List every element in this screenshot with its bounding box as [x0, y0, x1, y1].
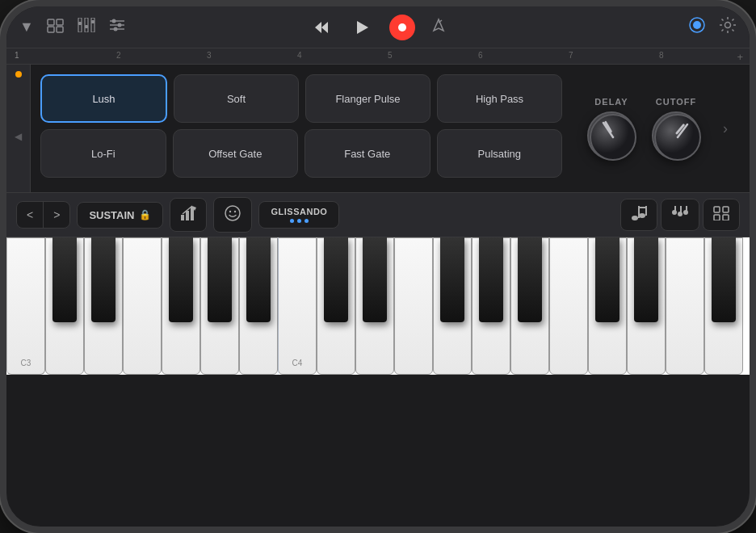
top-bar-center: [309, 15, 447, 40]
svg-rect-27: [181, 215, 184, 220]
record-button[interactable]: [389, 15, 415, 40]
cutoff-knob[interactable]: [652, 111, 700, 160]
svg-point-31: [225, 206, 240, 220]
cutoff-knob-group: CUTOFF: [652, 97, 700, 160]
svg-rect-42: [680, 206, 682, 214]
glissando-button[interactable]: GLISSANDO: [258, 201, 339, 229]
svg-rect-44: [686, 206, 687, 212]
smart-controls-icon[interactable]: [685, 13, 709, 41]
glissando-dots: [290, 219, 309, 223]
pad-high-pass[interactable]: High Pass: [437, 74, 562, 123]
track-down-icon[interactable]: ▼: [16, 15, 37, 39]
top-bar: ▼: [6, 6, 750, 48]
lock-icon: 🔒: [139, 209, 151, 220]
key-fs5[interactable]: [712, 237, 736, 322]
key-fs3[interactable]: [169, 237, 193, 322]
top-bar-left: ▼: [16, 15, 302, 40]
svg-point-14: [117, 23, 121, 27]
svg-rect-38: [645, 206, 647, 216]
nav-arrows: < >: [16, 201, 70, 229]
delay-knob[interactable]: [587, 111, 636, 160]
rewind-button[interactable]: [309, 15, 334, 40]
svg-rect-6: [91, 18, 94, 32]
key-cs5[interactable]: [595, 237, 620, 322]
svg-point-33: [234, 211, 236, 212]
key-f5[interactable]: [666, 237, 704, 375]
key-as4[interactable]: [518, 237, 542, 322]
key-c4[interactable]: C4: [278, 237, 317, 375]
ruler-mark-2: 2: [116, 51, 121, 60]
c3-label: C3: [21, 359, 32, 367]
key-ds3[interactable]: [91, 237, 116, 322]
svg-point-21: [693, 21, 701, 29]
track-collapse-icon[interactable]: ◀: [15, 131, 22, 142]
svg-point-18: [398, 23, 406, 31]
key-cs4[interactable]: [324, 237, 348, 322]
settings-icon[interactable]: [716, 13, 740, 41]
glissando-label: GLISSANDO: [271, 207, 327, 216]
arrange-view-icon[interactable]: [44, 15, 68, 39]
glissando-dot-1: [290, 219, 294, 223]
prev-button[interactable]: <: [17, 202, 44, 228]
play-button[interactable]: [349, 15, 375, 40]
svg-rect-29: [191, 207, 194, 220]
metronome-icon[interactable]: [430, 16, 447, 38]
emoji-button[interactable]: [213, 197, 252, 233]
right-controls: [620, 199, 740, 231]
grid-mode-button[interactable]: [703, 199, 740, 231]
ruler-mark-3: 3: [207, 51, 212, 60]
mixer-icon[interactable]: [74, 15, 99, 40]
chord-mode-button[interactable]: [661, 199, 699, 231]
key-gs4[interactable]: [479, 237, 503, 322]
pads-section: Lush Soft Flanger Pulse High Pass Lo-Fi …: [31, 65, 572, 192]
arp-button[interactable]: [170, 198, 207, 232]
key-ds5[interactable]: [634, 237, 658, 322]
ruler-mark-7: 7: [569, 51, 573, 60]
svg-rect-36: [638, 207, 645, 208]
next-button[interactable]: >: [44, 202, 69, 228]
key-c3[interactable]: C3: [6, 237, 45, 375]
top-bar-right: [454, 13, 740, 41]
svg-point-15: [113, 27, 117, 31]
pad-pulsating[interactable]: Pulsating: [437, 129, 563, 178]
svg-rect-0: [48, 19, 54, 25]
svg-rect-28: [186, 211, 189, 220]
key-ds4[interactable]: [363, 237, 387, 322]
note-mode-button[interactable]: [620, 199, 657, 231]
main-content: ◀ Lush Soft Flanger Pulse High Pass: [6, 65, 750, 192]
next-arrow-icon[interactable]: ›: [716, 114, 734, 144]
svg-rect-47: [714, 215, 720, 220]
pad-lo-fi[interactable]: Lo-Fi: [40, 129, 166, 178]
ruler-mark-4: 4: [297, 51, 302, 60]
key-c5[interactable]: [549, 237, 588, 375]
ruler-mark-5: 5: [388, 51, 393, 60]
pad-fast-gate[interactable]: Fast Gate: [304, 129, 430, 178]
pad-offset-gate[interactable]: Offset Gate: [173, 129, 299, 178]
key-as3[interactable]: [246, 237, 271, 322]
svg-marker-17: [357, 21, 368, 34]
svg-point-22: [725, 23, 731, 28]
sustain-label: SUSTAIN: [89, 209, 134, 221]
key-gs3[interactable]: [208, 237, 232, 322]
glissando-dot-2: [297, 219, 301, 223]
pads-row-2: Lo-Fi Offset Gate Fast Gate Pulsating: [40, 129, 562, 178]
svg-rect-1: [57, 19, 63, 25]
sustain-button[interactable]: SUSTAIN 🔒: [77, 202, 163, 229]
key-fs4[interactable]: [440, 237, 464, 322]
key-f4[interactable]: [394, 237, 433, 375]
track-indicator: [15, 71, 22, 78]
svg-point-32: [229, 211, 231, 212]
delay-knob-group: DELAY: [587, 97, 636, 160]
svg-rect-45: [714, 207, 720, 212]
pad-soft[interactable]: Soft: [174, 74, 299, 123]
key-cs3[interactable]: [52, 237, 77, 322]
cutoff-label: CUTOFF: [656, 97, 696, 107]
pad-flanger-pulse[interactable]: Flanger Pulse: [305, 74, 430, 123]
controls-icon[interactable]: [105, 15, 129, 40]
pad-lush[interactable]: Lush: [40, 74, 167, 123]
ruler-plus-icon[interactable]: +: [737, 51, 743, 63]
knobs-section: DELAY CU: [572, 65, 750, 192]
track-handle: ◀: [6, 65, 31, 192]
svg-rect-46: [723, 207, 729, 212]
key-f3[interactable]: [123, 237, 162, 375]
